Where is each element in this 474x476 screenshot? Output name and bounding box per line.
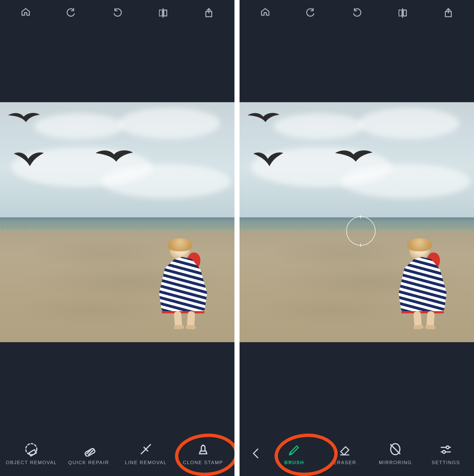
share-icon[interactable] <box>200 5 217 21</box>
bottombar-brush-tools: BRUSH ERASER MIRRORING SETTINGS <box>240 434 474 476</box>
tool-label: MIRRORING <box>379 460 412 466</box>
mode-line-removal[interactable]: LINE REMOVAL <box>119 441 173 466</box>
home-icon[interactable] <box>17 5 34 21</box>
canvas-area[interactable] <box>0 26 234 434</box>
mode-label: OBJECT REMOVAL <box>6 460 57 466</box>
topbar <box>0 0 234 26</box>
object-removal-icon <box>23 441 39 457</box>
mode-object-removal[interactable]: OBJECT REMOVAL <box>5 441 58 466</box>
undo-icon[interactable] <box>63 5 80 21</box>
edited-photo[interactable] <box>0 102 234 342</box>
photo-subject-child <box>159 241 207 331</box>
tool-eraser[interactable]: ERASER <box>319 441 370 466</box>
undo-icon[interactable] <box>302 5 319 21</box>
tool-label: BRUSH <box>284 460 304 466</box>
tool-label: ERASER <box>333 460 356 466</box>
topbar <box>240 0 474 26</box>
brush-icon <box>286 441 302 457</box>
compare-icon[interactable] <box>394 5 411 21</box>
comparison-stage: OBJECT REMOVAL QUICK REPAIR LINE REMOVAL… <box>0 0 474 476</box>
canvas-area[interactable] <box>240 26 474 434</box>
mode-label: LINE REMOVAL <box>125 460 167 466</box>
tool-brush[interactable]: BRUSH <box>269 441 319 466</box>
settings-icon <box>438 441 454 457</box>
share-icon[interactable] <box>440 5 457 21</box>
edited-photo[interactable] <box>240 102 474 342</box>
redo-icon[interactable] <box>348 5 365 21</box>
quick-repair-icon <box>81 441 96 457</box>
tool-mirroring[interactable]: MIRRORING <box>370 441 421 466</box>
home-icon[interactable] <box>257 5 274 21</box>
line-removal-icon <box>138 441 154 457</box>
photo-subject-child <box>399 241 447 331</box>
panel-right: BRUSH ERASER MIRRORING SETTINGS <box>240 0 474 476</box>
mode-label: CLONE STAMP <box>183 460 223 466</box>
tool-label: SETTINGS <box>432 460 460 466</box>
back-button[interactable] <box>242 439 269 468</box>
bottombar-modes: OBJECT REMOVAL QUICK REPAIR LINE REMOVAL… <box>0 434 234 476</box>
mode-label: QUICK REPAIR <box>68 460 109 466</box>
redo-icon[interactable] <box>109 5 126 21</box>
panel-left: OBJECT REMOVAL QUICK REPAIR LINE REMOVAL… <box>0 0 234 476</box>
mirroring-icon <box>387 441 403 457</box>
mode-clone-stamp[interactable]: CLONE STAMP <box>176 441 230 466</box>
mode-quick-repair[interactable]: QUICK REPAIR <box>62 441 115 466</box>
compare-icon[interactable] <box>155 5 172 21</box>
tool-settings[interactable]: SETTINGS <box>421 441 471 466</box>
clone-stamp-icon <box>195 441 211 457</box>
eraser-icon <box>337 441 353 457</box>
